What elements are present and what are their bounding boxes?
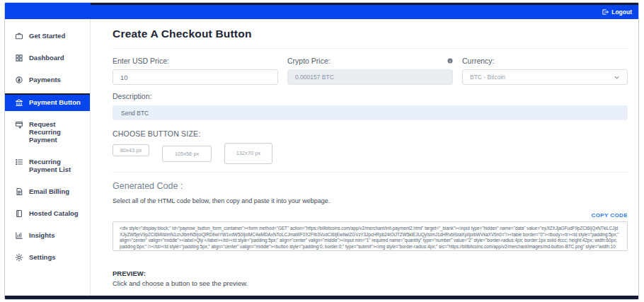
usd-price-input[interactable] (120, 70, 270, 84)
sidebar-item-label: Get Started (29, 32, 65, 40)
sidebar-item-label: Email Billing (29, 187, 69, 196)
sidebar-item-hosted-catalog[interactable]: Hosted Catalog (5, 205, 90, 222)
usd-price-column: Enter USD Price: (113, 57, 278, 85)
sidebar-item-label: Settings (29, 253, 55, 262)
sidebar-item-insights[interactable]: Insights (5, 227, 90, 244)
logout-icon (602, 8, 609, 16)
crypto-price-label: Crypto Price: (287, 57, 330, 65)
top-navbar: Logout (91, 5, 638, 19)
gear-icon (15, 253, 23, 262)
sidebar-item-dashboard[interactable]: Dashboard (5, 50, 90, 66)
description-value: Send BTC (121, 110, 149, 117)
card-arrow-icon (15, 120, 23, 129)
logout-label: Logout (611, 8, 632, 16)
sidebar-item-get-started[interactable]: Get Started (5, 28, 90, 45)
title-divider (113, 48, 628, 49)
copy-code-link[interactable]: COPY CODE (592, 212, 628, 219)
bank-icon (15, 98, 23, 107)
generated-code-title: Generated Code : (113, 181, 628, 191)
generated-code-text: <div style="display:block;" id="paynow_b… (120, 226, 621, 251)
sidebar: Get Started Dashboard Payments Payment B… (5, 19, 91, 296)
info-icon[interactable] (447, 58, 453, 64)
sidebar-item-request-recurring-payment[interactable]: Request Recurring Payment (5, 116, 90, 149)
list-icon (15, 158, 23, 166)
currency-select[interactable]: BTC - Bitcoin (462, 69, 628, 85)
currency-label: Currency: (462, 57, 495, 65)
grid-icon (15, 54, 23, 62)
section-divider (113, 172, 628, 173)
preview-instruction: Click and choose a button to see the pre… (113, 279, 628, 287)
generated-code-box[interactable]: <div style="display:block;" id="paynow_b… (113, 221, 628, 251)
briefcase-icon (15, 32, 23, 40)
sidebar-item-label: Insights (29, 231, 54, 240)
bottom-bar (5, 296, 638, 299)
description-field[interactable]: Send BTC (113, 105, 628, 120)
size-option-large[interactable]: 132x70 px (224, 143, 272, 164)
document-icon (15, 187, 23, 196)
usd-price-field (113, 69, 278, 85)
chart-icon (15, 231, 23, 240)
crypto-price-field: 0.000157 BTC (287, 69, 453, 85)
sidebar-item-email-billing[interactable]: Email Billing (5, 183, 90, 200)
sidebar-item-recurring-payment-list[interactable]: Recurring Payment List (5, 153, 90, 178)
chevron-down-icon (614, 74, 620, 81)
crypto-price-value: 0.000157 BTC (295, 74, 334, 81)
sidebar-item-settings[interactable]: Settings (5, 249, 90, 266)
sidebar-item-label: Dashboard (29, 54, 64, 62)
book-icon (15, 209, 23, 218)
price-form-row: Enter USD Price: Crypto Price: 0.000157 … (113, 57, 628, 85)
usd-price-label: Enter USD Price: (113, 57, 169, 65)
sidebar-item-label: Hosted Catalog (29, 209, 79, 218)
page-title: Create A Checkout Button (113, 28, 628, 40)
sidebar-item-label: Payment Button (29, 98, 81, 107)
sidebar-item-label: Payments (29, 76, 61, 84)
generated-code-instruction: Select all of the HTML code below, then … (113, 197, 628, 204)
sidebar-item-payments[interactable]: Payments (5, 71, 90, 88)
logo-area (5, 3, 91, 19)
button-size-options: 80x43 px 105x56 px 132x70 px (113, 143, 628, 164)
logout-button[interactable]: Logout (602, 8, 632, 16)
preview-title: PREVIEW: (113, 269, 628, 277)
size-option-small[interactable]: 80x43 px (113, 144, 149, 156)
crypto-price-column: Crypto Price: 0.000157 BTC (287, 57, 453, 85)
description-label: Description: (113, 92, 628, 100)
app-frame: Logout Get Started Dashboard Payments Pa… (4, 2, 639, 300)
button-size-label: CHOOSE BUTTON SIZE: (113, 129, 628, 138)
main-content: Create A Checkout Button Enter USD Price… (91, 19, 638, 296)
coin-icon (15, 76, 23, 84)
sidebar-item-payment-button[interactable]: Payment Button (5, 93, 90, 111)
sidebar-item-label: Recurring Payment List (29, 158, 84, 174)
size-option-medium[interactable]: 105x56 px (162, 146, 212, 162)
currency-value: BTC - Bitcoin (470, 74, 505, 81)
sidebar-item-label: Request Recurring Payment (29, 120, 84, 144)
currency-column: Currency: BTC - Bitcoin (462, 57, 628, 85)
